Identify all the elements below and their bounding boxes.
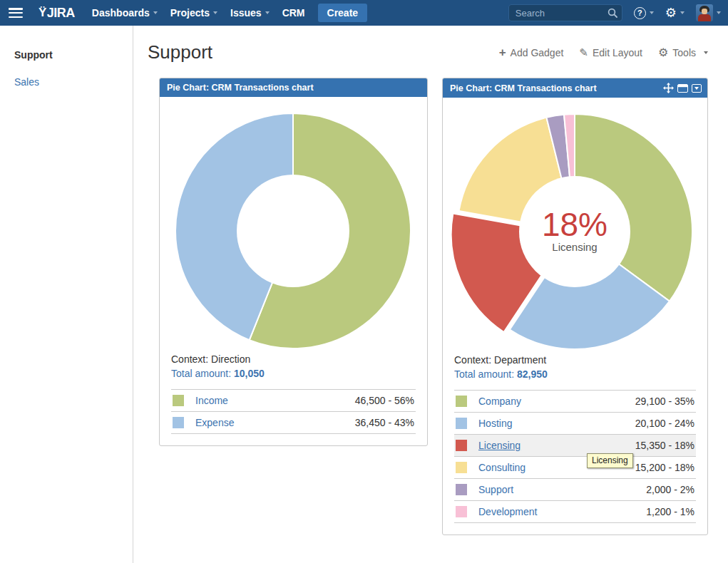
gadget-title: Pie Chart: CRM Transactions chart bbox=[167, 83, 421, 93]
user-menu[interactable] bbox=[696, 4, 721, 21]
jira-wordmark: JIRA bbox=[47, 6, 75, 21]
gadget-header[interactable]: Pie Chart: CRM Transactions chart bbox=[160, 78, 427, 97]
legend-value: 29,100 - 35% bbox=[635, 396, 694, 407]
search-box bbox=[508, 4, 622, 21]
edit-layout-button[interactable]: ✎Edit Layout bbox=[579, 46, 642, 59]
legend-table: Company 29,100 - 35% Hosting 20,100 - 24… bbox=[454, 390, 696, 523]
legend-value: 1,200 - 1% bbox=[646, 506, 694, 517]
gear-icon: ⚙ bbox=[665, 6, 677, 19]
top-navbar: Ÿ JIRA Dashboards Projects Issues CRM Cr… bbox=[0, 0, 728, 26]
legend-swatch bbox=[456, 506, 467, 517]
chevron-down-icon bbox=[704, 51, 708, 54]
sidebar-item-support[interactable]: Support bbox=[14, 49, 133, 61]
hover-tooltip: Licensing bbox=[587, 453, 633, 468]
context-label: Context: Direction bbox=[171, 352, 416, 366]
chevron-down-icon bbox=[265, 11, 270, 14]
svg-text:18%: 18% bbox=[542, 206, 607, 243]
legend-table: Income 46,500 - 56% Expense 36,450 - 43% bbox=[171, 389, 416, 434]
move-gadget-icon[interactable] bbox=[663, 83, 674, 93]
legend-swatch bbox=[173, 395, 184, 406]
search-icon[interactable] bbox=[607, 8, 617, 21]
donut-chart-direction[interactable] bbox=[160, 97, 427, 352]
legend-swatch bbox=[173, 417, 184, 428]
gadget-menu-icon[interactable] bbox=[692, 84, 702, 93]
legend-label-link[interactable]: Expense bbox=[195, 417, 355, 428]
dashboard-sidebar: Support Sales bbox=[0, 26, 133, 563]
svg-text:Licensing: Licensing bbox=[552, 241, 597, 253]
jira-charlie-icon: Ÿ bbox=[39, 6, 46, 20]
chevron-down-icon bbox=[213, 11, 217, 14]
legend-value: 15,200 - 18% bbox=[635, 462, 694, 473]
create-button[interactable]: Create bbox=[318, 4, 368, 22]
gadget-pie-department: Pie Chart: CRM Transactions chart 18%Lic… bbox=[442, 78, 708, 535]
legend-swatch bbox=[456, 484, 467, 495]
gadget-header[interactable]: Pie Chart: CRM Transactions chart bbox=[443, 78, 707, 98]
legend-swatch bbox=[456, 440, 467, 451]
nav-dashboards[interactable]: Dashboards bbox=[92, 7, 158, 19]
gadget-pie-direction: Pie Chart: CRM Transactions chart Contex… bbox=[159, 78, 428, 446]
maximize-gadget-icon[interactable] bbox=[677, 84, 688, 93]
chevron-down-icon bbox=[650, 11, 654, 14]
jira-logo[interactable]: Ÿ JIRA bbox=[39, 6, 75, 21]
legend-swatch bbox=[456, 418, 467, 429]
gear-icon: ⚙ bbox=[658, 48, 668, 58]
legend-label-link[interactable]: Income bbox=[195, 395, 355, 406]
tools-button[interactable]: ⚙Tools bbox=[658, 47, 708, 58]
pencil-icon: ✎ bbox=[579, 46, 588, 59]
nav-issues[interactable]: Issues bbox=[230, 7, 270, 19]
nav-crm[interactable]: CRM bbox=[282, 7, 305, 19]
total-amount: Total amount: 82,950 bbox=[454, 367, 696, 381]
legend-swatch bbox=[456, 396, 467, 407]
nav-projects[interactable]: Projects bbox=[170, 7, 217, 19]
gadget-title: Pie Chart: CRM Transactions chart bbox=[450, 83, 663, 93]
chevron-down-icon bbox=[153, 11, 158, 14]
app-switcher-icon[interactable] bbox=[9, 8, 23, 18]
chevron-down-icon bbox=[717, 11, 721, 14]
legend-value: 36,450 - 43% bbox=[355, 417, 414, 428]
legend-label-link[interactable]: Support bbox=[478, 484, 646, 495]
legend-swatch bbox=[456, 462, 467, 473]
legend-row-hosting: Hosting 20,100 - 24% bbox=[454, 412, 696, 434]
help-icon: ? bbox=[634, 7, 646, 19]
legend-label-link[interactable]: Company bbox=[478, 396, 635, 407]
chevron-down-icon bbox=[680, 11, 685, 14]
page-title: Support bbox=[148, 41, 499, 63]
admin-menu[interactable]: ⚙ bbox=[665, 6, 685, 19]
legend-label-link[interactable]: Hosting bbox=[478, 418, 635, 429]
legend-row-development: Development 1,200 - 1% bbox=[454, 500, 696, 522]
legend-value: 46,500 - 56% bbox=[355, 395, 414, 406]
legend-row-income: Income 46,500 - 56% bbox=[171, 389, 416, 411]
legend-value: 15,350 - 18% bbox=[635, 440, 694, 451]
legend-label-link[interactable]: Development bbox=[478, 506, 646, 517]
legend-row-licensing: Licensing 15,350 - 18% bbox=[454, 434, 696, 456]
sidebar-item-sales[interactable]: Sales bbox=[14, 76, 133, 88]
legend-row-expense: Expense 36,450 - 43% bbox=[171, 411, 416, 433]
legend-value: 20,100 - 24% bbox=[635, 418, 694, 429]
help-menu[interactable]: ? bbox=[634, 7, 654, 19]
donut-chart-department[interactable]: 18%Licensing bbox=[443, 98, 707, 353]
add-gadget-button[interactable]: +Add Gadget bbox=[499, 47, 564, 58]
legend-row-support: Support 2,000 - 2% bbox=[454, 478, 696, 500]
avatar bbox=[696, 4, 713, 21]
plus-icon: + bbox=[499, 48, 506, 58]
total-amount: Total amount: 10,050 bbox=[171, 366, 416, 381]
context-label: Context: Department bbox=[454, 353, 696, 367]
legend-value: 2,000 - 2% bbox=[646, 484, 694, 495]
legend-row-company: Company 29,100 - 35% bbox=[454, 390, 696, 412]
legend-row-consulting: Consulting 15,200 - 18% bbox=[454, 456, 696, 478]
search-input[interactable] bbox=[508, 4, 622, 21]
legend-label-link[interactable]: Licensing bbox=[478, 440, 635, 451]
